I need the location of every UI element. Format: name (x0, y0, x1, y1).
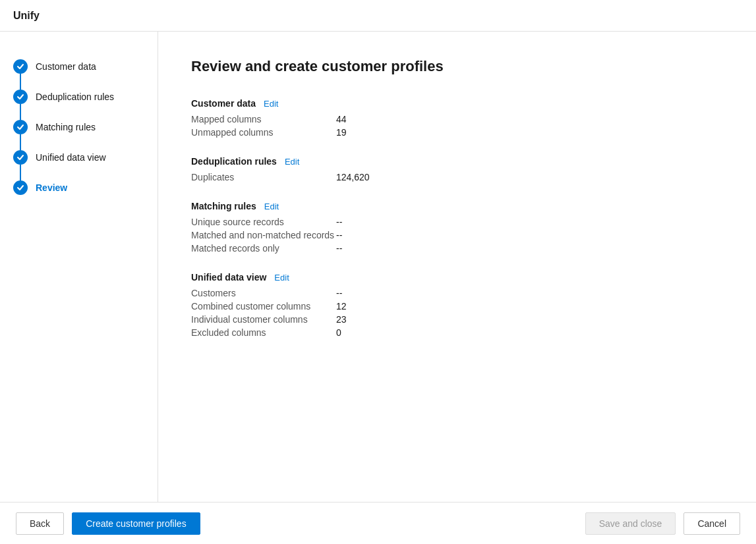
row-duplicates: Duplicates 124,620 (191, 172, 723, 182)
sidebar-item-matching-rules[interactable]: Matching rules (0, 112, 158, 142)
page-title: Review and create customer profiles (191, 58, 723, 75)
section-customer-data: Customer data Edit Mapped columns 44 Unm… (191, 98, 723, 138)
edit-link-unified-data-view[interactable]: Edit (274, 273, 289, 283)
label-combined-customer-columns: Combined customer columns (191, 301, 336, 312)
value-matched-nonmatched: -- (336, 230, 342, 240)
label-matched-nonmatched: Matched and non-matched records (191, 230, 336, 240)
step-icon-unified-data-view (13, 150, 28, 165)
label-unique-source-records: Unique source records (191, 217, 336, 227)
value-excluded-columns: 0 (336, 327, 341, 338)
section-header-matching-rules: Matching rules Edit (191, 201, 723, 211)
label-matched-only: Matched records only (191, 243, 336, 254)
row-customers: Customers -- (191, 288, 723, 298)
app-title: Unify (13, 10, 40, 22)
step-icon-deduplication-rules (13, 90, 28, 104)
footer-right-actions: Save and close Cancel (585, 512, 740, 535)
section-title-customer-data: Customer data (191, 98, 256, 109)
create-customer-profiles-button[interactable]: Create customer profiles (72, 512, 200, 535)
step-icon-review (13, 180, 28, 195)
sidebar-label-review: Review (36, 182, 67, 193)
section-title-deduplication-rules: Deduplication rules (191, 156, 277, 167)
value-unique-source-records: -- (336, 217, 342, 227)
edit-link-deduplication-rules[interactable]: Edit (285, 157, 299, 167)
sidebar-item-deduplication-rules[interactable]: Deduplication rules (0, 82, 158, 112)
label-duplicates: Duplicates (191, 172, 336, 182)
topbar: Unify (0, 0, 756, 32)
content-area: Review and create customer profiles Cust… (158, 32, 756, 502)
label-unmapped-columns: Unmapped columns (191, 127, 336, 138)
section-title-matching-rules: Matching rules (191, 201, 256, 211)
main-layout: Customer data Deduplication rules Matchi… (0, 32, 756, 502)
sidebar-label-matching-rules: Matching rules (36, 122, 96, 132)
row-mapped-columns: Mapped columns 44 (191, 114, 723, 124)
sidebar: Customer data Deduplication rules Matchi… (0, 32, 158, 502)
value-matched-only: -- (336, 243, 342, 254)
back-button[interactable]: Back (16, 512, 64, 535)
value-unmapped-columns: 19 (336, 127, 347, 138)
sidebar-label-deduplication-rules: Deduplication rules (36, 92, 114, 102)
sidebar-item-unified-data-view[interactable]: Unified data view (0, 142, 158, 173)
step-icon-matching-rules (13, 120, 28, 134)
row-individual-customer-columns: Individual customer columns 23 (191, 314, 723, 325)
row-unique-source-records: Unique source records -- (191, 217, 723, 227)
sidebar-item-review[interactable]: Review (0, 173, 158, 203)
step-icon-customer-data (13, 59, 28, 74)
value-customers: -- (336, 288, 342, 298)
sidebar-label-unified-data-view: Unified data view (36, 152, 106, 163)
sidebar-label-customer-data: Customer data (36, 61, 96, 72)
section-deduplication-rules: Deduplication rules Edit Duplicates 124,… (191, 156, 723, 182)
value-mapped-columns: 44 (336, 114, 347, 124)
value-individual-customer-columns: 23 (336, 314, 347, 325)
row-matched-only: Matched records only -- (191, 243, 723, 254)
edit-link-customer-data[interactable]: Edit (264, 99, 278, 109)
value-combined-customer-columns: 12 (336, 301, 347, 312)
section-unified-data-view: Unified data view Edit Customers -- Comb… (191, 272, 723, 338)
label-individual-customer-columns: Individual customer columns (191, 314, 336, 325)
section-header-deduplication-rules: Deduplication rules Edit (191, 156, 723, 167)
row-matched-nonmatched: Matched and non-matched records -- (191, 230, 723, 240)
edit-link-matching-rules[interactable]: Edit (264, 202, 279, 211)
label-customers: Customers (191, 288, 336, 298)
section-matching-rules: Matching rules Edit Unique source record… (191, 201, 723, 254)
cancel-button[interactable]: Cancel (683, 512, 740, 535)
save-and-close-button[interactable]: Save and close (585, 512, 676, 535)
section-header-customer-data: Customer data Edit (191, 98, 723, 109)
section-title-unified-data-view: Unified data view (191, 272, 266, 283)
value-duplicates: 124,620 (336, 172, 370, 182)
label-mapped-columns: Mapped columns (191, 114, 336, 124)
row-excluded-columns: Excluded columns 0 (191, 327, 723, 338)
row-unmapped-columns: Unmapped columns 19 (191, 127, 723, 138)
section-header-unified-data-view: Unified data view Edit (191, 272, 723, 283)
footer: Back Create customer profiles Save and c… (0, 502, 756, 544)
row-combined-customer-columns: Combined customer columns 12 (191, 301, 723, 312)
label-excluded-columns: Excluded columns (191, 327, 336, 338)
sidebar-item-customer-data[interactable]: Customer data (0, 51, 158, 82)
footer-left-actions: Back Create customer profiles (16, 512, 200, 535)
